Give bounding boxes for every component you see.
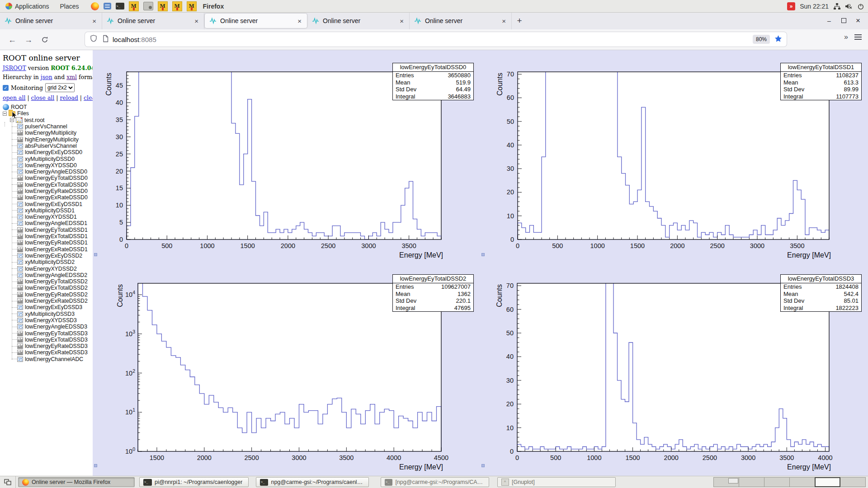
- tree-item-lowEnergyExRateDSSD2[interactable]: lowEnergyExRateDSSD2: [0, 298, 93, 304]
- tab-online-server-5[interactable]: Online server×: [410, 12, 512, 29]
- tree-node-root[interactable]: ROOT: [0, 104, 93, 110]
- launcher-midas[interactable]: M: [172, 1, 182, 11]
- tree-item-lowEnergyExRateDSSD0[interactable]: lowEnergyExRateDSSD0: [0, 194, 93, 201]
- tree-item-lowEnergyXYDSSD3[interactable]: lowEnergyXYDSSD3: [0, 317, 93, 324]
- power-icon[interactable]: [857, 3, 864, 10]
- tree-item-lowEnergyExTotalDSSD1[interactable]: lowEnergyExTotalDSSD1: [0, 233, 93, 239]
- tree-item-lowEnergyExEyDSSD2[interactable]: lowEnergyExEyDSSD2: [0, 253, 93, 259]
- clock[interactable]: Sun 22:21: [800, 3, 829, 10]
- tree-item-xyMultiplicityDSSD1[interactable]: xyMultiplicityDSSD1: [0, 207, 93, 214]
- active-app-name[interactable]: Firefox: [197, 3, 231, 10]
- launcher-midas[interactable]: M: [187, 1, 197, 11]
- taskbar-window-1[interactable]: Online server — Mozilla Firefox: [18, 477, 135, 487]
- collapse-expander[interactable]: [3, 112, 7, 116]
- tree-item-lowEnergyExEyDSSD3[interactable]: lowEnergyExEyDSSD3: [0, 304, 93, 310]
- workspace-cell-3[interactable]: [764, 477, 790, 487]
- tree-item-lowEnergyEyRateDSSD1[interactable]: lowEnergyEyRateDSSD1: [0, 239, 93, 246]
- stats-box-lowEnergyEyTotalDSSD3[interactable]: lowEnergyEyTotalDSSD3Entries1824408Mean5…: [780, 274, 862, 312]
- tree-item-lowEnergyEyTotalDSSD3[interactable]: lowEnergyEyTotalDSSD3: [0, 330, 93, 336]
- tree-item-lowEnergyMultiplicity[interactable]: lowEnergyMultiplicity: [0, 130, 93, 136]
- taskbar-window-3[interactable]: >_npg@carme-gsi:~/Programs/caenlog...: [256, 477, 369, 487]
- workspace-cell-2[interactable]: [739, 477, 764, 487]
- tree-item-lowEnergyExRateDSSD1[interactable]: lowEnergyExRateDSSD1: [0, 246, 93, 253]
- tree-item-lowEnergyEyRateDSSD0[interactable]: lowEnergyEyRateDSSD0: [0, 188, 93, 194]
- tree-item-lowEnergyXYDSSD2[interactable]: lowEnergyXYDSSD2: [0, 265, 93, 272]
- tab-online-server-1[interactable]: Online server×: [0, 12, 102, 29]
- collapse-expander[interactable]: [10, 118, 14, 122]
- tree-item-pulserVsChannel[interactable]: pulserVsChannel: [0, 123, 93, 130]
- tab-close-icon[interactable]: ×: [91, 17, 97, 25]
- places-menu[interactable]: Places: [55, 0, 85, 12]
- new-tab-button[interactable]: +: [512, 12, 527, 29]
- tree-item-xyMultiplicityDSSD0[interactable]: xyMultiplicityDSSD0: [0, 155, 93, 162]
- show-desktop-button[interactable]: [0, 476, 16, 488]
- tree-item-lowEnergyExTotalDSSD0[interactable]: lowEnergyExTotalDSSD0: [0, 182, 93, 188]
- page-info-icon[interactable]: [102, 35, 109, 44]
- plot-lowEnergyEyTotalDSSD2[interactable]: 1500200025003000350040004500100101102103…: [93, 263, 480, 476]
- zoom-level-badge[interactable]: 80%: [753, 35, 770, 44]
- action-clear[interactable]: clear: [84, 94, 93, 101]
- tree-node-files[interactable]: Files: [0, 110, 93, 117]
- tree-item-xyMultiplicityDSSD3[interactable]: xyMultiplicityDSSD3: [0, 311, 93, 317]
- plot-lowEnergyEyTotalDSSD0[interactable]: 0500100015002000250030003500051015202530…: [93, 50, 480, 263]
- notification-badge-icon[interactable]: »: [787, 2, 795, 10]
- stats-box-lowEnergyEyTotalDSSD0[interactable]: lowEnergyEyTotalDSSD0Entries3650880Mean5…: [392, 63, 474, 100]
- volume-muted-icon[interactable]: [845, 3, 853, 10]
- overflow-menu-icon[interactable]: »: [844, 33, 848, 41]
- tab-online-server-2[interactable]: Online server×: [102, 12, 204, 29]
- tree-item-lowEnergyEyRateDSSD3[interactable]: lowEnergyEyRateDSSD3: [0, 343, 93, 349]
- tree-item-lowEnergyEyTotalDSSD2[interactable]: lowEnergyEyTotalDSSD2: [0, 278, 93, 285]
- workspace-cell-6[interactable]: [840, 477, 866, 487]
- launcher-firefox[interactable]: [91, 2, 99, 10]
- tree-item-lowEnergyExTotalDSSD3[interactable]: lowEnergyExTotalDSSD3: [0, 337, 93, 343]
- forward-button[interactable]: →: [22, 33, 35, 47]
- action-reload[interactable]: reload: [60, 94, 78, 101]
- shield-icon[interactable]: [90, 34, 98, 44]
- tree-item-lowEnergyExEyDSSD1[interactable]: lowEnergyExEyDSSD1: [0, 201, 93, 207]
- tree-item-lowEnergyExTotalDSSD2[interactable]: lowEnergyExTotalDSSD2: [0, 285, 93, 291]
- tree-item-xyMultiplicityDSSD2[interactable]: xyMultiplicityDSSD2: [0, 259, 93, 265]
- applications-menu[interactable]: Applications: [0, 0, 55, 12]
- launcher-midas[interactable]: M: [158, 1, 168, 11]
- close-window-button[interactable]: ×: [854, 16, 862, 25]
- tab-close-icon[interactable]: ×: [501, 17, 507, 25]
- taskbar-window-5[interactable]: [Gnuplot]: [497, 477, 616, 487]
- plot-lowEnergyEyTotalDSSD3[interactable]: 0500100015002000250030003500400001020304…: [480, 263, 868, 476]
- workspace-cell-5[interactable]: [815, 477, 840, 487]
- tree-item-lowEnergyAngleEDSSD3[interactable]: lowEnergyAngleEDSSD3: [0, 324, 93, 330]
- taskbar-window-2[interactable]: >_pi@nnrpi1: ~/Programs/caenlogger: [139, 477, 249, 487]
- tab-online-server-4[interactable]: Online server×: [307, 12, 410, 29]
- launcher-file-manager[interactable]: [104, 3, 111, 9]
- layout-select[interactable]: grid 2x2: [45, 83, 75, 92]
- tab-close-icon[interactable]: ×: [193, 17, 199, 25]
- maximize-button[interactable]: [840, 17, 847, 24]
- tree-item-lowEnergyExRateDSSD3[interactable]: lowEnergyExRateDSSD3: [0, 349, 93, 356]
- workspace-cell-1[interactable]: [713, 477, 739, 487]
- tree-item-lowEnergyAngleEDSSD2[interactable]: lowEnergyAngleEDSSD2: [0, 272, 93, 278]
- tree-item-lowEnergyXYDSSD1[interactable]: lowEnergyXYDSSD1: [0, 214, 93, 220]
- action-open-all[interactable]: open all: [3, 94, 25, 101]
- bookmark-star-icon[interactable]: [774, 35, 782, 44]
- tree-item-lowEnergyEyRateDSSD2[interactable]: lowEnergyEyRateDSSD2: [0, 291, 93, 298]
- tree-item-lowEnergyXYDSSD0[interactable]: lowEnergyXYDSSD0: [0, 162, 93, 169]
- tree-item-lowEnergyAngleEDSSD0[interactable]: lowEnergyAngleEDSSD0: [0, 169, 93, 175]
- tree-item-absPulserVsChannel[interactable]: absPulserVsChannel: [0, 143, 93, 149]
- minimize-button[interactable]: –: [826, 17, 833, 24]
- stats-box-lowEnergyEyTotalDSSD2[interactable]: lowEnergyEyTotalDSSD2Entries109627007Mea…: [392, 274, 474, 312]
- tree-item-lowEnergyChannelADC[interactable]: lowEnergyChannelADC: [0, 356, 93, 362]
- tree-node-test-root[interactable]: test.root: [0, 117, 93, 123]
- plot-lowEnergyEyTotalDSSD1[interactable]: 0500100015002000250030003500010203040506…: [480, 50, 868, 263]
- tab-close-icon[interactable]: ×: [399, 17, 405, 25]
- launcher-midas[interactable]: M: [129, 1, 139, 11]
- url-text[interactable]: localhost:8085: [113, 36, 156, 43]
- launcher-screenshot[interactable]: [143, 2, 153, 10]
- tree-item-lowEnergyAngleEDSSD1[interactable]: lowEnergyAngleEDSSD1: [0, 220, 93, 226]
- url-bar[interactable]: localhost:8085 80%: [85, 32, 787, 47]
- action-close-all[interactable]: close all: [31, 94, 55, 101]
- tree-item-lowEnergyEyTotalDSSD0[interactable]: lowEnergyEyTotalDSSD0: [0, 175, 93, 181]
- jsroot-link[interactable]: JSROOT: [3, 65, 26, 71]
- monitoring-checkbox[interactable]: ✓: [3, 85, 9, 91]
- tree-item-lowEnergyExEyDSSD0[interactable]: lowEnergyExEyDSSD0: [0, 149, 93, 155]
- launcher-terminal[interactable]: >_: [116, 3, 124, 9]
- workspace-cell-4[interactable]: [789, 477, 815, 487]
